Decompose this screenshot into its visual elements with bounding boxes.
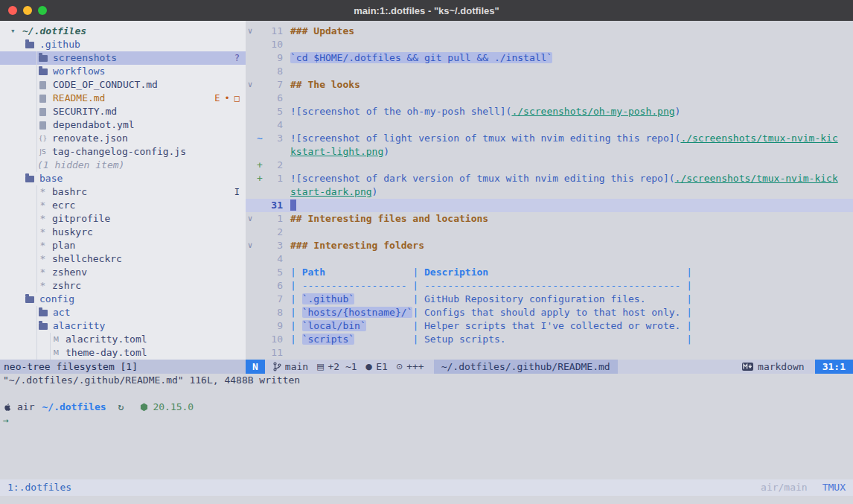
tree-item--.dotfiles[interactable]: ▾~/.dotfiles [0, 25, 246, 38]
tree-item-label: base [39, 172, 63, 185]
filetype-segment: markdown [742, 360, 805, 374]
tree-item-code-of-conduct.md[interactable]: CODE_OF_CONDUCT.md [0, 78, 246, 92]
tree-item-security.md[interactable]: SECURITY.md [0, 105, 246, 118]
line-text [283, 346, 853, 360]
line-number: 3 [265, 132, 283, 145]
git-branch-icon [273, 362, 281, 371]
shell-file-icon: * [37, 239, 48, 252]
tree-item-tag-changelog-config.js[interactable]: JStag-changelog-config.js [0, 145, 246, 159]
tree-item-plan[interactable]: *plan [0, 239, 246, 252]
fold-marker: ∨ [246, 78, 255, 92]
blank-line [0, 387, 853, 401]
git-sign: ~ [255, 132, 265, 145]
tree-item-dependabot.yml[interactable]: dependabot.yml [0, 118, 246, 132]
editor-line-5[interactable]: 5![screenshot of the oh-my-posh shell](.… [246, 105, 853, 118]
line-text: start-dark.png) [283, 185, 853, 199]
line-text: ![screenshot of light version of tmux wi… [283, 132, 853, 145]
tree-item-config[interactable]: config [0, 293, 246, 306]
line-text: `cd $HOME/.dotfiles && git pull && ./ins… [283, 51, 853, 65]
tree-item-screenshots[interactable]: screenshots? [0, 51, 246, 65]
tree-item-label: .github [39, 38, 80, 51]
status-badge: • [225, 92, 230, 105]
tree-item-.github[interactable]: .github [0, 38, 246, 51]
editor-line-wrap[interactable]: kstart-light.png) [246, 145, 853, 159]
editor-line-4[interactable]: 4 [246, 118, 853, 132]
editor-line-7[interactable]: 7| `.github` | GitHub Repository configu… [246, 293, 853, 306]
minimize-button[interactable] [23, 6, 32, 15]
editor-line-2[interactable]: +2 [246, 159, 853, 172]
line-number: 31 [265, 199, 283, 212]
tree-item-renovate.json[interactable]: {}renovate.json [0, 132, 246, 145]
editor-line-1[interactable]: +1![screenshot of dark version of tmux w… [246, 172, 853, 185]
git-diff-segment: ▤ +2 ~1 [316, 360, 357, 374]
tree-item--1-hidden-item-[interactable]: (1 hidden item) [0, 159, 246, 172]
editor-line-11[interactable]: 11 [246, 346, 853, 360]
editor-line-2[interactable]: 2 [246, 226, 853, 239]
line-number: 4 [265, 252, 283, 266]
git-sign: + [255, 172, 265, 185]
tree-item-shellcheckrc[interactable]: *shellcheckrc [0, 252, 246, 266]
tree-item-act[interactable]: act [0, 306, 246, 319]
editor-line-wrap[interactable]: start-dark.png) [246, 185, 853, 199]
tree-item-workflows[interactable]: workflows [0, 65, 246, 78]
editor-line-9[interactable]: 9`cd $HOME/.dotfiles && git pull && ./in… [246, 51, 853, 65]
editor-line-9[interactable]: 9| `local/bin` | Helper scripts that I'v… [246, 319, 853, 333]
tree-item-zshenv[interactable]: *zshenv [0, 266, 246, 279]
file-icon [39, 108, 46, 116]
editor-line-7[interactable]: ∨7## The looks [246, 78, 853, 92]
folder-icon [25, 42, 34, 48]
git-sign [255, 333, 265, 346]
editor-line-6[interactable]: 6| ------------------ | ----------------… [246, 279, 853, 293]
shell-file-icon: * [37, 199, 48, 212]
close-button[interactable] [8, 6, 17, 15]
editor-line-6[interactable]: 6 [246, 92, 853, 105]
tree-item-label: theme-day.toml [66, 346, 147, 360]
filetype-label: markdown [758, 360, 805, 374]
editor-line-8[interactable]: 8| `hosts/{hostname}/`| Configs that sho… [246, 306, 853, 319]
tree-item-label: zshenv [52, 266, 87, 279]
git-sign [255, 92, 265, 105]
tree-item-base[interactable]: base [0, 172, 246, 185]
tree-item-theme-day.toml[interactable]: Mtheme-day.toml [0, 346, 246, 360]
editor-line-11[interactable]: ∨11### Updates [246, 25, 853, 38]
shell-prompt: air ~/.dotfiles ↻ 20.15.0 [0, 401, 853, 414]
line-text: | `local/bin` | Helper scripts that I've… [283, 319, 853, 333]
editor-line-10[interactable]: 10 [246, 38, 853, 51]
mode-indicator: N [246, 360, 265, 374]
tree-item-alacritty.toml[interactable]: Malacritty.toml [0, 333, 246, 346]
tree-item-gitprofile[interactable]: *gitprofile [0, 212, 246, 226]
line-text: | `hosts/{hostname}/`| Configs that shou… [283, 306, 853, 319]
editor-line-1[interactable]: ∨1## Interesting files and locations [246, 212, 853, 226]
editor-line-5[interactable]: 5| Path | Description | [246, 266, 853, 279]
editor-line-31[interactable]: 31 [246, 199, 853, 212]
editor-line-8[interactable]: 8 [246, 65, 853, 78]
editor-line-3[interactable]: ~3![screenshot of light version of tmux … [246, 132, 853, 145]
tree-item-alacritty[interactable]: alacritty [0, 319, 246, 333]
prompt-arrow: → [3, 414, 9, 427]
editor-line-10[interactable]: 10| `scripts` | Setup scripts. | [246, 333, 853, 346]
tree-item-huskyrc[interactable]: *huskyrc [0, 226, 246, 239]
tree-item-bashrc[interactable]: *bashrcI [0, 185, 246, 199]
folder-icon [39, 323, 48, 330]
line-text [283, 65, 853, 78]
line-text: | `.github` | GitHub Repository configur… [283, 293, 853, 306]
tree-item-zshrc[interactable]: *zshrc [0, 279, 246, 293]
line-number: 4 [265, 118, 283, 132]
titlebar: main:1:.dotfiles - "ks~/.dotfiles" [0, 0, 853, 21]
zoom-button[interactable] [38, 6, 47, 15]
tree-item-readme.md[interactable]: README.mdE•□ [0, 92, 246, 105]
git-sign [255, 185, 265, 199]
tree-item-ecrc[interactable]: *ecrc [0, 199, 246, 212]
line-number: 6 [265, 279, 283, 293]
error-icon: ● [365, 360, 373, 374]
editor-line-4[interactable]: 4 [246, 252, 853, 266]
fold-marker [246, 346, 255, 360]
editor-line-3[interactable]: ∨3### Interesting folders [246, 239, 853, 252]
tree-item-label: alacritty [53, 319, 105, 333]
shell-file-icon: * [37, 279, 48, 293]
tmux-window-item[interactable]: 1:.dotfiles [7, 479, 71, 496]
shell-file-icon: * [37, 212, 48, 226]
tree-item-label: zshrc [52, 279, 81, 293]
command-message-line: "~/.dotfiles/.github/README.md" 116L, 44… [0, 374, 853, 387]
shell-file-icon: * [37, 266, 48, 279]
